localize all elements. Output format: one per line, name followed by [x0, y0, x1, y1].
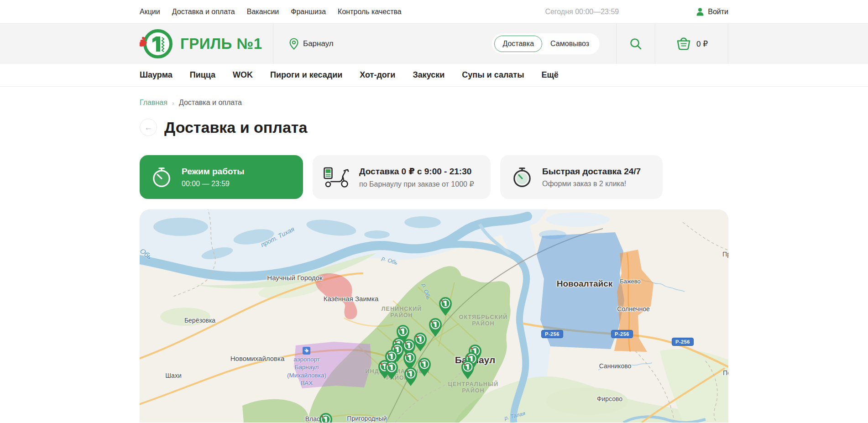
map-settlement-label: Берёзовка [184, 317, 215, 324]
map-water-label: Обь [140, 247, 153, 261]
road-badge: Р-256 [672, 338, 694, 346]
nav-wok[interactable]: WOK [233, 70, 253, 80]
divider [273, 24, 273, 64]
breadcrumb: Главная › Доставка и оплата [140, 99, 728, 107]
map-store-marker[interactable] [438, 297, 453, 317]
map-settlement-label: По [723, 369, 728, 376]
brand-logo[interactable]: ГРИЛЬ №1 [140, 26, 273, 61]
map-settlement-label: Новомихайловка [230, 355, 285, 362]
map-store-marker[interactable] [417, 357, 432, 377]
login-button[interactable]: Войти [696, 8, 728, 16]
page-title: Доставка и оплата [164, 119, 307, 136]
basket-icon [675, 37, 692, 51]
nav-hotdogs[interactable]: Хот-доги [360, 70, 395, 80]
card-free-delivery: Доставка 0 ₽ с 9:00 - 21:30 по Барнаулу … [313, 155, 491, 199]
back-button[interactable]: ← [140, 119, 157, 136]
airport-label: ✈аэропортБарнаул(Михайловка)ВАХ [287, 346, 326, 387]
road-badge: Р-256 [541, 330, 563, 338]
road-badge: Р-256 [611, 330, 633, 338]
grill-logo-icon [140, 26, 174, 61]
breadcrumb-separator: › [172, 99, 174, 107]
breadcrumb-current: Доставка и оплата [179, 99, 242, 107]
city-selector[interactable]: Барнаул [289, 38, 334, 50]
brand-name: ГРИЛЬ №1 [180, 35, 262, 52]
location-pin-icon [289, 38, 298, 50]
top-menu-promos[interactable]: Акции [140, 8, 160, 16]
map-settlement-label: Бажево [620, 278, 641, 285]
order-mode-toggle: Доставка Самовывоз [492, 33, 600, 54]
map-store-marker[interactable] [384, 360, 399, 381]
delivery-zones-map[interactable]: Научный ГородокКазённая ЗаимкаБерёзовкаН… [140, 209, 728, 423]
top-bar: Акции Доставка и оплата Вакансии Франшиз… [0, 0, 868, 24]
map-water-label: р. Обь [421, 283, 432, 300]
airport-icon: ✈ [303, 347, 310, 355]
divider [655, 24, 655, 64]
nav-pizza[interactable]: Пицца [190, 70, 215, 80]
map-settlement-label: Пр [722, 251, 728, 258]
map-district-label: ОКТЯБРЬСКИЙ РАЙОН [459, 314, 508, 327]
map-water-label: р. Обь [381, 255, 398, 266]
card-working-hours: Режим работы 00:00 — 23:59 [140, 155, 303, 199]
nav-snacks[interactable]: Закуски [413, 70, 444, 80]
site-header: ГРИЛЬ №1 Барнаул Доставка Самовывоз [0, 24, 868, 64]
map-settlement-label: Фирсово [597, 395, 622, 402]
stopwatch-icon [511, 166, 533, 188]
category-nav: Шаурма Пицца WOK Пироги и кесадии Хот-до… [0, 64, 868, 87]
map-settlement-label: Солнечное [617, 305, 649, 313]
map-water-label: р. Талая [504, 410, 526, 422]
map-city-label: Новоалтайск [557, 279, 613, 289]
card-fast-delivery: Быстрая доставка 24/7 Оформи заказ в 2 к… [500, 155, 663, 199]
map-settlement-label: Шахи [165, 372, 181, 379]
cart-total: 0 ₽ [696, 39, 708, 49]
user-icon [696, 8, 704, 16]
nav-more[interactable]: Ещё [542, 70, 559, 80]
breadcrumb-home[interactable]: Главная [140, 99, 167, 107]
card-title: Режим работы [182, 167, 245, 177]
top-menu: Акции Доставка и оплата Вакансии Франшиз… [140, 8, 402, 16]
map-settlement-label: Санниково [599, 362, 631, 370]
map-store-marker[interactable] [460, 360, 476, 380]
top-menu-jobs[interactable]: Вакансии [247, 8, 279, 16]
card-title: Доставка 0 ₽ с 9:00 - 21:30 [359, 166, 474, 177]
map-settlement-label: Научный Городок [267, 274, 322, 282]
nav-pies[interactable]: Пироги и кесадии [270, 70, 342, 80]
login-label: Войти [708, 8, 728, 16]
delivery-scooter-icon [324, 167, 350, 188]
map-settlement-label: Казённая Заимка [324, 295, 379, 303]
top-menu-delivery[interactable]: Доставка и оплата [172, 8, 235, 16]
map-store-marker[interactable] [403, 367, 418, 387]
top-menu-franchise[interactable]: Франшиза [291, 8, 326, 16]
card-title: Быстрая доставка 24/7 [542, 167, 641, 177]
toggle-delivery[interactable]: Доставка [494, 36, 542, 52]
today-schedule: Сегодня 00:00—23:59 [545, 8, 619, 16]
nav-soups[interactable]: Супы и салаты [462, 70, 524, 80]
nav-shawarma[interactable]: Шаурма [140, 70, 173, 80]
toggle-pickup[interactable]: Самовывоз [542, 36, 597, 52]
map-district-label: ЛЕНИНСКИЙ РАЙОН [382, 306, 422, 319]
map-district-label: ЦЕНТРАЛЬНЫЙ РАЙОН [448, 381, 499, 394]
divider [616, 24, 617, 64]
card-subtitle: по Барнаулу при заказе от 1000 ₽ [359, 180, 474, 188]
map-overlay: Научный ГородокКазённая ЗаимкаБерёзовкаН… [140, 209, 728, 423]
card-subtitle: 00:00 — 23:59 [182, 180, 245, 188]
search-icon[interactable] [629, 37, 642, 50]
map-settlement-label: Пригородный [347, 415, 387, 422]
card-subtitle: Оформи заказ в 2 клика! [542, 180, 641, 188]
cart-button[interactable]: 0 ₽ [655, 37, 728, 51]
city-name: Барнаул [303, 39, 334, 48]
map-store-marker[interactable] [318, 413, 334, 423]
stopwatch-icon [151, 166, 173, 188]
map-store-marker[interactable] [428, 318, 443, 338]
top-menu-quality[interactable]: Контроль качества [338, 8, 402, 16]
map-water-label: прот. Тихая [259, 225, 295, 249]
divider [728, 24, 728, 64]
